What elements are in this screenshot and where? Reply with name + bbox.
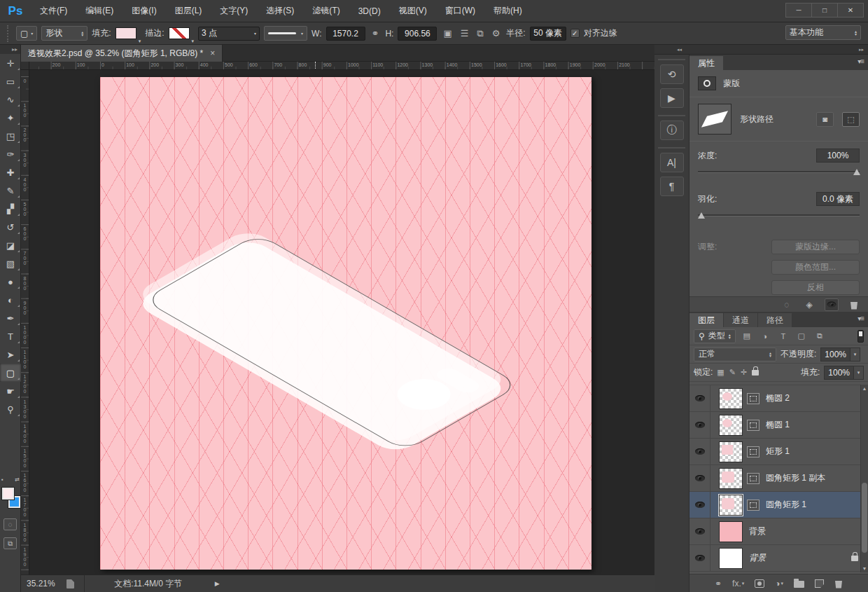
vector-mask-button[interactable]: ⬚ <box>842 112 860 127</box>
layer-visibility-cell[interactable] <box>690 385 710 411</box>
menu-item[interactable]: 滤镜(T) <box>303 5 349 17</box>
add-pixel-mask-button[interactable]: ◙ <box>816 112 834 127</box>
workspace-switcher[interactable]: 基本功能 ▴▾ <box>785 25 861 40</box>
lock-pixels-icon[interactable]: ✎ <box>729 368 736 377</box>
blur-tool[interactable]: ● <box>0 273 21 291</box>
screen-mode-button[interactable]: ⧉ <box>4 537 17 549</box>
align-edges-checkbox[interactable]: ✓ <box>570 29 580 38</box>
stroke-swatch[interactable] <box>169 27 190 39</box>
layer-name[interactable]: 圆角矩形 1 <box>766 499 806 511</box>
invert-button[interactable]: 反相 <box>771 280 860 295</box>
fill-swatch[interactable] <box>115 27 136 39</box>
minimize-button[interactable]: ─ <box>785 3 812 18</box>
layer-row[interactable]: 矩形 1 <box>690 439 868 465</box>
lock-transparency-icon[interactable]: ▦ <box>717 368 724 377</box>
menu-item[interactable]: 选择(S) <box>257 5 303 17</box>
scroll-down-icon[interactable]: ▼ <box>861 566 868 571</box>
zoom-tool[interactable]: ⚲ <box>0 400 21 418</box>
blend-mode-select[interactable]: 正常 ▴▾ <box>694 347 776 362</box>
actions-panel-icon[interactable]: ▶ <box>660 88 684 108</box>
menu-item[interactable]: 视图(V) <box>390 5 436 17</box>
menu-item[interactable]: 3D(D) <box>349 6 390 16</box>
pen-tool[interactable]: ✒ <box>0 309 21 327</box>
layer-thumbnail[interactable] <box>719 521 743 542</box>
menu-item[interactable]: 文字(Y) <box>211 5 257 17</box>
menu-item[interactable]: 图像(I) <box>122 5 165 17</box>
layer-filter-select[interactable]: ⚲ 类型 ▴▾ <box>694 329 736 343</box>
feather-value[interactable]: 0.0 像素 <box>816 192 860 206</box>
vector-mask-badge-icon[interactable] <box>747 446 760 457</box>
layer-row[interactable]: 背景 <box>690 518 868 545</box>
gear-icon[interactable]: ⚙ <box>490 28 503 39</box>
delete-mask-icon[interactable] <box>847 298 861 311</box>
new-layer-icon[interactable] <box>815 579 824 588</box>
type-tool[interactable]: T <box>0 327 21 345</box>
filter-shape-layers-icon[interactable]: ▢ <box>794 330 808 343</box>
lasso-tool[interactable]: ∿ <box>0 90 21 109</box>
menu-item[interactable]: 帮助(H) <box>484 5 531 17</box>
menu-item[interactable]: 编辑(E) <box>76 5 122 17</box>
eye-icon[interactable] <box>695 528 705 535</box>
opacity-input[interactable]: 100% ▾ <box>820 347 860 362</box>
chevron-down-icon[interactable]: ▾ <box>850 348 860 361</box>
layer-thumbnail[interactable] <box>719 441 743 462</box>
layer-visibility-cell[interactable] <box>690 412 710 438</box>
expand-panels-icon[interactable]: ▸▸ <box>859 47 864 53</box>
feather-slider[interactable] <box>698 210 860 221</box>
maximize-button[interactable]: □ <box>811 3 838 18</box>
menu-item[interactable]: 窗口(W) <box>436 5 484 17</box>
radius-input[interactable]: 50 像素 <box>530 27 566 41</box>
swap-colors-icon[interactable]: ▪⇄ <box>1 476 20 483</box>
filter-adjustment-layers-icon[interactable]: ◑ <box>758 330 772 343</box>
layer-row[interactable]: 椭圆 2 <box>690 385 868 412</box>
shape-path-thumbnail[interactable] <box>698 104 732 135</box>
quick-mask-button[interactable]: ◌ <box>4 518 17 530</box>
path-selection-tool[interactable]: ➤ <box>0 345 21 364</box>
mask-visibility-icon[interactable] <box>825 298 839 311</box>
layer-thumbnail[interactable] <box>719 415 743 436</box>
tab-close-icon[interactable]: × <box>210 48 215 58</box>
layer-row[interactable]: 圆角矩形 1 副本 <box>690 465 868 492</box>
eye-icon[interactable] <box>695 475 705 481</box>
layer-thumbnail[interactable] <box>719 495 743 516</box>
collapse-panels-icon[interactable]: ◂◂ <box>677 47 682 53</box>
history-brush-tool[interactable]: ↺ <box>0 218 21 236</box>
brush-tool[interactable]: ✎ <box>0 181 21 200</box>
dodge-tool[interactable]: ◐ <box>0 291 21 309</box>
zoom-level[interactable]: 35.21% <box>21 579 61 588</box>
link-layers-icon[interactable]: ⚭ <box>715 579 722 588</box>
lock-position-icon[interactable]: ✛ <box>741 368 747 377</box>
layer-thumbnail[interactable] <box>719 388 743 409</box>
hand-tool[interactable]: ☛ <box>0 382 21 400</box>
crop-tool[interactable]: ◳ <box>0 127 21 145</box>
eyedropper-tool[interactable]: ✑ <box>0 145 21 163</box>
scroll-up-icon[interactable]: ▲ <box>861 386 868 391</box>
tool-preset-picker[interactable]: ▢ ▾ <box>16 26 37 41</box>
healing-brush-tool[interactable]: ✚ <box>0 163 21 181</box>
eye-icon[interactable] <box>695 448 705 455</box>
panel-menu-icon[interactable]: ▾≡ <box>858 57 864 65</box>
apply-mask-icon[interactable]: ◈ <box>802 298 816 311</box>
stroke-type-select[interactable]: ▾ <box>264 26 307 41</box>
density-slider[interactable] <box>698 167 860 178</box>
document-canvas[interactable] <box>100 77 592 570</box>
layer-name[interactable]: 背景 <box>749 525 766 537</box>
fill-input[interactable]: 100% ▾ <box>824 366 864 380</box>
clone-stamp-tool[interactable]: ▞ <box>0 200 21 218</box>
layer-name[interactable]: 椭圆 1 <box>766 419 790 431</box>
layer-effects-icon[interactable]: fx.▾ <box>732 579 744 588</box>
tab-layers[interactable]: 图层 <box>690 313 723 327</box>
info-panel-icon[interactable]: ⓘ <box>660 121 684 140</box>
eye-icon[interactable] <box>695 502 705 508</box>
add-adjustment-layer-icon[interactable]: ◑▾ <box>775 579 783 588</box>
tab-paths[interactable]: 路径 <box>758 313 792 327</box>
status-flyout-arrow[interactable]: ▶ <box>208 580 227 587</box>
link-dimensions-icon[interactable]: ⚭ <box>370 28 382 39</box>
load-selection-icon[interactable]: ◌ <box>780 298 794 311</box>
history-panel-icon[interactable]: ⟲ <box>660 64 684 84</box>
canvas-viewport[interactable] <box>29 70 654 574</box>
eye-icon[interactable] <box>695 555 705 561</box>
layer-row[interactable]: 椭圆 1 <box>690 412 868 439</box>
close-button[interactable]: ✕ <box>837 3 864 18</box>
filter-pixel-layers-icon[interactable]: ▤ <box>740 330 754 343</box>
